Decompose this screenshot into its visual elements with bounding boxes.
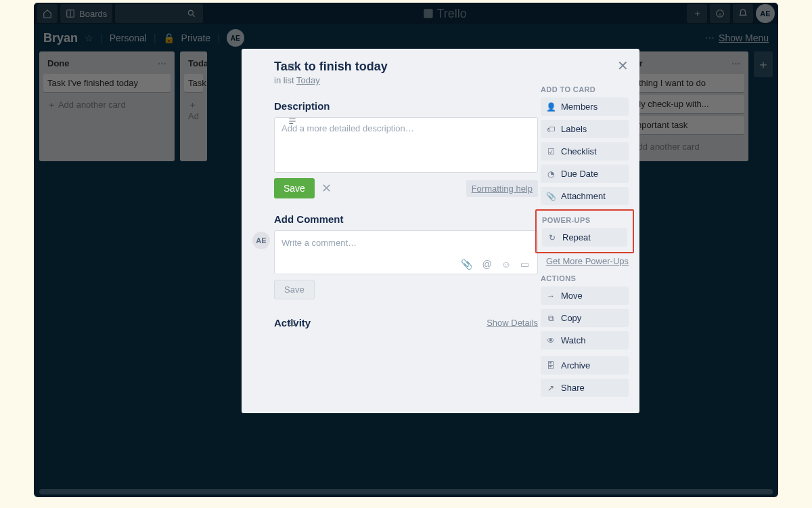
repeat-button[interactable]: ↻Repeat	[542, 228, 627, 247]
members-button[interactable]: 👤Members	[541, 98, 629, 116]
card-sidebar: ADD TO CARD 👤Members 🏷Labels ☑Checklist …	[541, 84, 629, 401]
share-button[interactable]: ↗Share	[541, 379, 629, 397]
app-frame: Boards Trello ＋ AE Bryan ☆ | Personal | …	[34, 3, 778, 497]
actions-heading: ACTIONS	[541, 274, 629, 282]
formatting-help-link[interactable]: Formatting help	[466, 180, 538, 197]
list-link[interactable]: Today	[296, 75, 320, 85]
card-insert-icon[interactable]: ▭	[520, 259, 529, 270]
comment-avatar: AE	[252, 232, 270, 249]
horizontal-scrollbar[interactable]	[39, 489, 773, 494]
save-description-button[interactable]: Save	[274, 178, 315, 198]
archive-button[interactable]: 🗄Archive	[541, 356, 629, 375]
add-to-card-heading: ADD TO CARD	[541, 85, 629, 93]
power-ups-highlight: POWER-UPS ↻Repeat	[535, 209, 634, 253]
copy-icon: ⧉	[546, 314, 556, 323]
comment-toolbar: 📎 @ ☺ ▭	[275, 255, 537, 274]
archive-icon: 🗄	[546, 361, 556, 371]
checklist-button[interactable]: ☑Checklist	[541, 142, 629, 161]
repeat-icon: ↻	[547, 233, 557, 242]
power-ups-heading: POWER-UPS	[542, 216, 627, 224]
labels-button[interactable]: 🏷Labels	[541, 120, 629, 138]
save-comment-button[interactable]: Save	[274, 280, 315, 299]
copy-button[interactable]: ⧉Copy	[541, 309, 629, 327]
mention-icon[interactable]: @	[482, 259, 491, 270]
eye-icon: 👁	[546, 336, 556, 345]
attach-icon[interactable]: 📎	[461, 259, 472, 270]
emoji-icon[interactable]: ☺	[501, 259, 511, 270]
move-button[interactable]: →Move	[541, 287, 629, 305]
cancel-description-button[interactable]: ✕	[321, 181, 332, 196]
person-icon: 👤	[546, 102, 556, 112]
description-icon	[288, 117, 297, 126]
clock-icon: ◔	[546, 169, 556, 179]
get-more-power-ups-link[interactable]: Get More Power-Ups	[541, 256, 629, 266]
comment-heading: Add Comment	[274, 213, 538, 225]
tag-icon: 🏷	[546, 125, 556, 134]
activity-icon	[288, 318, 297, 328]
watch-button[interactable]: 👁Watch	[541, 331, 629, 350]
check-icon: ☑	[546, 147, 556, 156]
comment-input[interactable]: Write a comment… 📎 @ ☺ ▭	[274, 230, 538, 274]
attachment-button[interactable]: 📎Attachment	[541, 187, 629, 205]
card-title[interactable]: Task to finish today	[274, 60, 629, 74]
card-icon	[288, 62, 297, 72]
description-input[interactable]: Add a more detailed description…	[274, 117, 538, 173]
paperclip-icon: 📎	[546, 192, 556, 201]
arrow-right-icon: →	[546, 291, 556, 301]
description-heading: Description	[274, 100, 538, 112]
svg-rect-4	[289, 64, 296, 70]
due-date-button[interactable]: ◔Due Date	[541, 165, 629, 183]
card-modal: ✕ Task to finish today in list Today Des…	[242, 49, 639, 413]
show-details-link[interactable]: Show Details	[487, 318, 538, 328]
share-icon: ↗	[546, 383, 556, 393]
